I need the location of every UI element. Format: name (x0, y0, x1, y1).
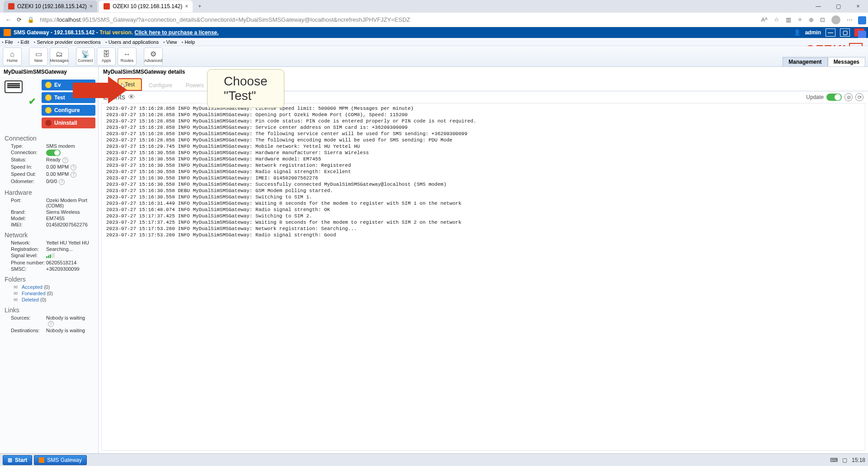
app-logo-icon (4, 29, 11, 36)
log-area[interactable]: 2023-07-27 15:16:28.858 INFO MyDualSimSM… (101, 103, 865, 451)
phone-value: 06205518214 (46, 260, 93, 265)
app-minimize-icon[interactable]: — (826, 28, 835, 37)
tab-title: OZEKI 10 (192.168.115.142) (113, 3, 182, 9)
help-icon[interactable]: ? (59, 179, 65, 185)
cancel-icon[interactable]: ⊘ (844, 93, 853, 101)
configure-button[interactable]: Configure (42, 105, 95, 116)
sidebar-app-icon[interactable] (858, 16, 866, 24)
toolbar-routes[interactable]: ↔Routes (118, 47, 137, 66)
split-screen-icon[interactable]: ▥ (786, 16, 791, 23)
toolbar-advanced[interactable]: ⚙Advanced (144, 47, 163, 66)
lock-icon: 🔒 (27, 16, 34, 23)
tab-title: OZEKI 10 (192.168.115.142) (17, 3, 87, 9)
close-icon[interactable]: × (90, 3, 93, 9)
start-button[interactable]: ⊞ Start (3, 455, 32, 465)
favorites-bar-icon[interactable]: ✧ (797, 16, 802, 23)
registration-value: Searching... (46, 246, 93, 252)
window-close-icon[interactable]: × (848, 0, 868, 13)
browser-tab-1[interactable]: OZEKI 10 (192.168.115.142) × (4, 0, 97, 12)
app-icon (39, 457, 44, 463)
toolbar-connect[interactable]: 📡Connect (76, 47, 95, 66)
window-restore-icon[interactable]: ▢ (828, 0, 848, 13)
tab-management[interactable]: Management (783, 57, 827, 66)
keyboard-icon[interactable]: ⌨ (830, 457, 838, 463)
action-center-icon[interactable]: ▢ (842, 457, 847, 463)
tab-messages[interactable]: Messages (828, 57, 865, 66)
menu-view[interactable]: View (163, 39, 177, 45)
home-icon: ⌂ (10, 50, 14, 58)
folder-accepted[interactable]: Accepted (0) (0, 284, 98, 290)
tab-test[interactable]: Test Choose "Test" (118, 78, 142, 91)
tab-powers[interactable]: Powers (179, 80, 211, 91)
new-icon: ▭ (35, 50, 42, 58)
toolbar-new[interactable]: ▭New (29, 47, 48, 66)
help-icon[interactable]: ? (48, 321, 54, 327)
user-label[interactable]: admin (805, 29, 821, 36)
new-tab-button[interactable]: + (194, 3, 205, 9)
favorite-star-icon[interactable]: ☆ (774, 16, 779, 23)
connection-toggle[interactable] (46, 150, 61, 156)
extensions-icon[interactable]: ⊡ (820, 16, 825, 23)
toolbar: ⌂Home ▭New 🗂Messages 📡Connect 🗄Apps ↔Rou… (0, 46, 868, 67)
gateway-name: MyDualSimSMSGateway (0, 67, 98, 77)
status-value: Ready (46, 157, 61, 162)
connect-icon: 📡 (81, 50, 90, 58)
update-toggle[interactable] (826, 94, 842, 101)
help-icon[interactable]: ? (62, 157, 68, 163)
tab-events[interactable] (104, 86, 118, 91)
detail-tabs: Test Choose "Test" Configure Powers (99, 77, 868, 91)
close-icon[interactable]: × (185, 3, 188, 9)
folder-forwarded[interactable]: Forwarded (0) (0, 290, 98, 297)
eye-icon[interactable]: 👁 (128, 93, 135, 101)
windows-icon: ⊞ (8, 457, 12, 463)
toolbar-messages[interactable]: 🗂Messages (50, 47, 69, 66)
help-icon[interactable]: ? (71, 172, 76, 178)
hardware-heading: Hardware (0, 185, 98, 197)
destinations-value: Nobody is waiting (46, 328, 85, 333)
tab-configure[interactable]: Configure (142, 80, 179, 91)
uninstall-button[interactable]: Uninstall (42, 118, 95, 128)
url-field[interactable]: https://localhost:9515/SMS_Gateway/?a=co… (40, 16, 755, 23)
apps-icon: 🗄 (103, 50, 110, 58)
folder-deleted[interactable]: Deleted (0) (0, 297, 98, 303)
menu-edit[interactable]: Edit (18, 39, 29, 45)
favicon-icon (104, 3, 110, 9)
collections-icon[interactable]: ⊕ (809, 16, 814, 23)
window-minimize-icon[interactable]: — (808, 0, 828, 13)
menu-help[interactable]: Help (182, 39, 195, 45)
speedout-value: 0.00 MPM (46, 171, 69, 177)
help-icon[interactable]: ? (71, 165, 76, 170)
toolbar-home[interactable]: ⌂Home (3, 47, 22, 66)
clock[interactable]: 15:18 (852, 457, 865, 463)
brand-value: Sierra Wireless (46, 209, 93, 215)
events-title: Events (103, 93, 125, 101)
events-button[interactable]: Ev (42, 80, 95, 90)
sources-value: Nobody is waiting (46, 315, 85, 320)
menu-file[interactable]: File (2, 39, 13, 45)
favicon-icon (8, 3, 14, 9)
browser-tab-2[interactable]: OZEKI 10 (192.168.115.142) × (99, 0, 193, 12)
refresh-icon[interactable]: ⟳ (855, 93, 863, 101)
more-icon[interactable]: ⋯ (847, 16, 853, 23)
profile-avatar-icon[interactable] (831, 15, 840, 24)
text-size-icon[interactable]: Aᴬ (761, 16, 768, 23)
purchase-link[interactable]: Click here to purchase a license. (135, 29, 219, 36)
left-panel: MyDualSimSMSGateway ✔ Ev Test Configure … (0, 67, 99, 453)
update-label: Update (806, 94, 824, 100)
trial-label: Trial version. (99, 29, 133, 36)
check-icon: ✔ (28, 96, 36, 107)
back-icon[interactable]: ← (5, 16, 11, 23)
taskbar-sms-gateway[interactable]: SMS Gateway (34, 455, 87, 465)
toolbar-apps[interactable]: 🗄Apps (97, 47, 116, 66)
network-heading: Network (0, 228, 98, 240)
user-icon: 👤 (794, 29, 801, 36)
refresh-icon[interactable]: ⟳ (17, 16, 22, 23)
odometer-value: 0/0/0 (46, 179, 57, 184)
test-button[interactable]: Test (42, 92, 95, 103)
imei-value: 014582007562276 (46, 222, 93, 227)
connection-heading: Connection (0, 131, 98, 143)
menu-service-provider[interactable]: Service provider connections (34, 39, 101, 45)
menu-bar: File Edit Service provider connections U… (0, 38, 868, 46)
app-maximize-icon[interactable]: ▢ (840, 28, 850, 37)
menu-users[interactable]: Users and applications (105, 39, 159, 45)
